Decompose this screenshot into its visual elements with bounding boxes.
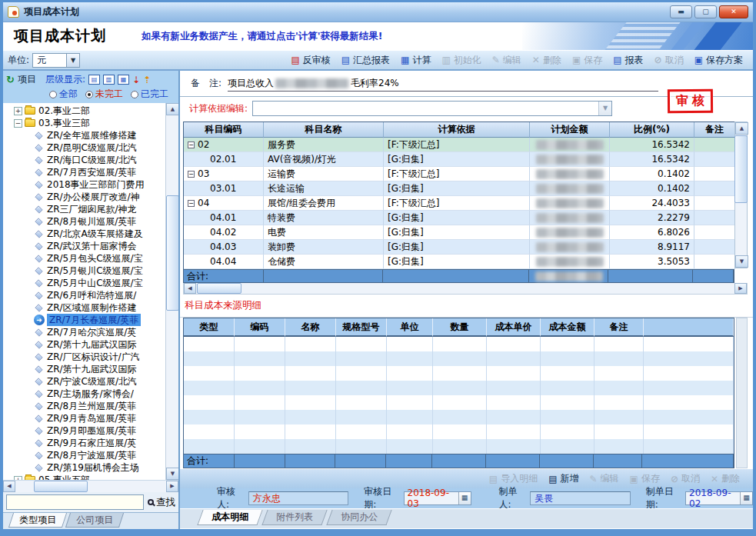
tree-item[interactable]: ZR/8月银川巡展/英菲 [3, 215, 165, 228]
tree-item[interactable]: ZR/7月哈尔滨巡展/英 [3, 326, 165, 338]
empty-cell[interactable] [541, 366, 594, 381]
cell-basis[interactable]: [G:归集] [384, 225, 530, 240]
empty-cell[interactable] [644, 351, 734, 366]
filter-option[interactable]: 已完工 [131, 88, 168, 101]
scrollbar-thumb[interactable] [166, 195, 178, 311]
empty-cell[interactable] [487, 381, 541, 395]
empty-cell[interactable] [594, 381, 644, 395]
empty-cell[interactable] [594, 351, 644, 366]
cell-ratio[interactable]: 8.9117 [610, 240, 694, 255]
empty-cell[interactable] [541, 424, 594, 439]
scroll-right-icon[interactable]: ▶ [734, 283, 747, 294]
column-header[interactable]: 数量 [433, 318, 487, 337]
empty-cell[interactable] [336, 424, 387, 439]
cell-code[interactable]: 04.03 [184, 240, 264, 255]
empty-cell[interactable] [235, 395, 285, 410]
empty-cell[interactable] [644, 410, 734, 424]
detail-vertical-scrollbar[interactable] [736, 318, 748, 468]
cell-ratio[interactable]: 0.1402 [610, 167, 694, 181]
empty-cell[interactable] [285, 424, 336, 439]
cell-amount[interactable] [530, 225, 610, 240]
cell-note[interactable] [694, 196, 735, 211]
tree-item[interactable]: ZR/5月包头C级巡展/宝 [3, 252, 165, 265]
cell-note[interactable] [694, 240, 735, 255]
tree-vertical-scrollbar[interactable]: ▲ ▼ [165, 103, 178, 480]
level-view-1-icon[interactable]: ▤ [88, 75, 100, 85]
filter-option[interactable]: 全部 [49, 88, 78, 101]
empty-cell[interactable] [644, 439, 734, 454]
column-header[interactable]: 比例(%) [610, 122, 694, 138]
cell-note[interactable] [694, 138, 735, 152]
empty-cell[interactable] [594, 366, 644, 381]
tree-item[interactable]: ➜ZR/7月长春巡展/英菲 [3, 314, 165, 326]
column-header[interactable]: 计划金额 [530, 122, 610, 138]
search-button[interactable]: 查找 [148, 496, 175, 509]
empty-cell[interactable] [235, 439, 285, 454]
empty-cell[interactable] [433, 410, 487, 424]
empty-cell[interactable] [184, 366, 235, 381]
empty-cell[interactable] [594, 410, 644, 424]
empty-cell[interactable] [336, 366, 387, 381]
report-button[interactable]: ▤报表 [608, 52, 648, 68]
cell-ratio[interactable]: 2.2279 [610, 211, 694, 225]
empty-cell[interactable] [644, 366, 734, 381]
empty-cell[interactable] [594, 395, 644, 410]
empty-cell[interactable] [235, 424, 285, 439]
tab-类型项目[interactable]: 类型项目 [8, 513, 67, 528]
tree-item[interactable]: ZR/全年巡展维修搭建 [3, 129, 165, 141]
empty-cell[interactable] [433, 337, 487, 351]
empty-cell[interactable] [285, 410, 336, 424]
level-view-3-icon[interactable]: ▦ [118, 75, 129, 85]
cell-note[interactable] [694, 167, 735, 181]
cell-note[interactable] [694, 225, 735, 240]
column-header[interactable]: 备注 [694, 122, 735, 138]
empty-cell[interactable] [387, 424, 433, 439]
empty-cell[interactable] [285, 337, 336, 351]
empty-cell[interactable] [336, 395, 387, 410]
empty-cell[interactable] [285, 351, 336, 366]
column-header[interactable]: 成本单价 [487, 318, 541, 337]
calendar-icon[interactable]: ▦ [458, 492, 471, 504]
cell-code[interactable]: 04.04 [184, 255, 264, 269]
column-header[interactable]: 计算依据 [384, 122, 530, 138]
cell-code[interactable]: 02.01 [184, 152, 264, 167]
empty-cell[interactable] [285, 366, 336, 381]
cell-name[interactable]: 特装费 [264, 211, 384, 225]
column-header[interactable]: 科目编码 [184, 122, 264, 138]
tree-item[interactable]: ZR/区域巡展制作搭建 [3, 301, 165, 314]
refresh-icon[interactable]: ↻ [6, 74, 15, 85]
empty-cell[interactable] [387, 410, 433, 424]
maximize-button[interactable]: ▢ [694, 5, 717, 18]
empty-cell[interactable] [184, 381, 235, 395]
cell-basis[interactable]: [G:归集] [384, 181, 530, 196]
tree-item[interactable]: ZR/宁波C级巡展/北汽 [3, 375, 165, 388]
empty-cell[interactable] [487, 439, 541, 454]
empty-cell[interactable] [235, 366, 285, 381]
empty-cell[interactable] [387, 381, 433, 395]
tree-item[interactable]: ZR/厂区标识设计/广汽 [3, 351, 165, 363]
cell-basis[interactable]: [G:归集] [384, 255, 530, 269]
empty-cell[interactable] [387, 439, 433, 454]
cell-name[interactable]: 展馆/组委会费用 [264, 196, 384, 211]
cell-code[interactable]: 04.01 [184, 211, 264, 225]
scroll-right-icon[interactable]: ▶ [166, 481, 178, 492]
empty-cell[interactable] [644, 381, 734, 395]
audit-reverse-button[interactable]: ▤反审核 [285, 52, 335, 68]
cell-code[interactable]: −03 [184, 167, 264, 181]
scroll-up-icon[interactable]: ▲ [735, 122, 748, 135]
empty-cell[interactable] [433, 381, 487, 395]
close-button[interactable]: ✕ [719, 5, 748, 18]
empty-cell[interactable] [433, 351, 487, 366]
empty-cell[interactable] [336, 337, 387, 351]
scroll-left-icon[interactable]: ◀ [184, 283, 196, 294]
search-input[interactable] [6, 494, 144, 510]
cell-ratio[interactable]: 16.5342 [610, 138, 694, 152]
empty-cell[interactable] [285, 439, 336, 454]
tree-item[interactable]: ZR/8月宁波巡展/英菲 [3, 449, 165, 461]
cell-basis[interactable]: [F:下级汇总] [384, 138, 530, 152]
scrollbar-thumb[interactable] [34, 481, 88, 492]
tree-item[interactable]: ZR/9月石家庄巡展/英 [3, 437, 165, 449]
empty-cell[interactable] [541, 381, 594, 395]
cell-code[interactable]: −04 [184, 196, 264, 211]
cell-ratio[interactable]: 24.4033 [610, 196, 694, 211]
